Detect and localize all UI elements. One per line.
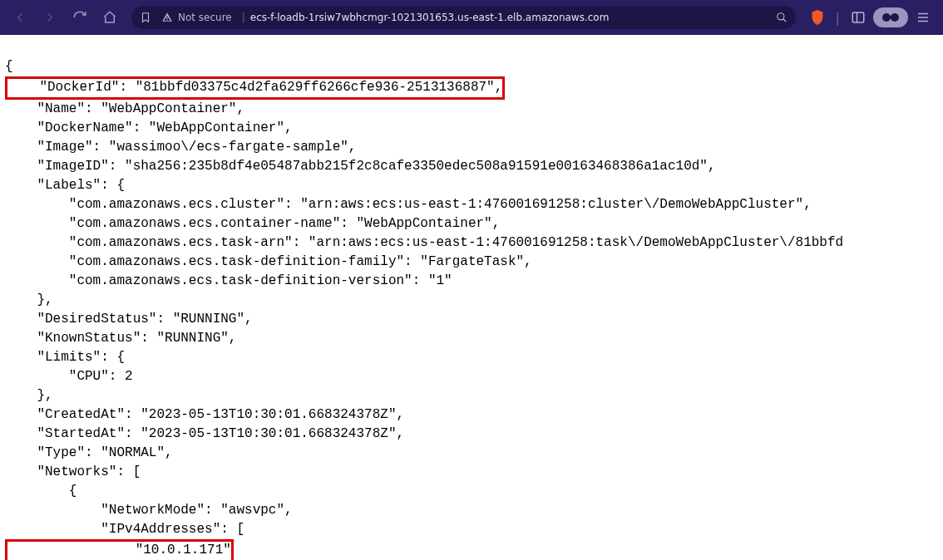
right-controls: | <box>804 4 936 31</box>
svg-rect-6 <box>889 16 892 17</box>
json-line: }, <box>5 292 53 307</box>
json-line: "com.amazonaws.ecs.task-arn": "arn:aws:e… <box>5 235 843 250</box>
separator: | <box>242 12 245 23</box>
url-text: ecs-f-loadb-1rsiw7wbhcmgr-1021301653.us-… <box>250 12 610 23</box>
private-mode-icon[interactable] <box>873 7 908 27</box>
reload-button[interactable] <box>67 4 93 31</box>
not-secure-label: Not secure <box>178 12 232 23</box>
json-line: { <box>5 59 13 74</box>
json-line: "Limits": { <box>5 350 125 365</box>
menu-button[interactable] <box>910 4 936 31</box>
json-line: "Labels": { <box>5 178 125 193</box>
browser-toolbar: Not secure | ecs-f-loadb-1rsiw7wbhcmgr-1… <box>0 0 943 35</box>
json-line: "CPU": 2 <box>5 369 133 384</box>
json-line: "Image": "wassimoo\/ecs-fargate-sample", <box>5 140 356 155</box>
sidebar-toggle-icon[interactable] <box>845 4 871 31</box>
svg-rect-2 <box>852 12 864 22</box>
json-line: "CreatedAt": "2023-05-13T10:30:01.668324… <box>5 407 404 422</box>
json-line: "NetworkMode": "awsvpc", <box>5 503 293 518</box>
json-line: "DesiredStatus": "RUNNING", <box>5 312 253 327</box>
json-line: "Type": "NORMAL", <box>5 445 173 460</box>
json-line: "com.amazonaws.ecs.cluster": "arn:aws:ec… <box>5 197 812 212</box>
json-line: "KnownStatus": "RUNNING", <box>5 331 236 346</box>
json-line: }, <box>5 388 53 403</box>
json-line: "com.amazonaws.ecs.task-definition-versi… <box>5 273 452 288</box>
highlight-docker-id: "DockerId": "81bbfd03375c4d2fa629ff6266c… <box>5 76 505 100</box>
json-line: "Name": "WebAppContainer", <box>5 101 244 116</box>
bookmark-icon[interactable] <box>140 12 151 23</box>
json-line: "IPv4Addresses": [ <box>5 522 244 537</box>
json-line: "StartedAt": "2023-05-13T10:30:01.668324… <box>5 426 404 441</box>
highlight-ip: "10.0.1.171" <box>5 539 234 560</box>
forward-button[interactable] <box>37 4 63 31</box>
brave-shield-icon[interactable] <box>804 4 831 31</box>
json-line: "Networks": [ <box>5 464 141 479</box>
warning-icon <box>161 12 173 23</box>
home-button[interactable] <box>96 4 123 31</box>
address-bar[interactable]: Not secure | ecs-f-loadb-1rsiw7wbhcmgr-1… <box>131 6 796 29</box>
json-line: "com.amazonaws.ecs.task-definition-famil… <box>5 254 532 269</box>
svg-line-1 <box>783 19 786 22</box>
json-line: { <box>5 484 77 499</box>
page-content: { "DockerId": "81bbfd03375c4d2fa629ff626… <box>0 35 943 560</box>
svg-point-0 <box>777 13 783 20</box>
json-line: "DockerName": "WebAppContainer", <box>5 120 293 135</box>
json-line: "com.amazonaws.ecs.container-name": "Web… <box>5 216 500 231</box>
json-line: "ImageID": "sha256:235b8df4e05487abb215f… <box>5 159 716 174</box>
search-icon[interactable] <box>776 12 787 23</box>
back-button[interactable] <box>7 4 33 31</box>
